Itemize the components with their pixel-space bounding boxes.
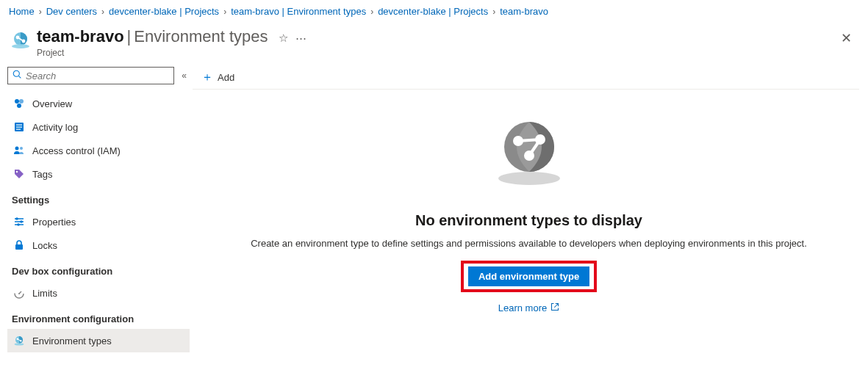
search-icon: [12, 70, 22, 81]
breadcrumb-link[interactable]: team-bravo | Environment types: [231, 6, 366, 17]
page-title: team-bravo|Environment types: [37, 27, 268, 46]
external-link-icon: [550, 302, 559, 313]
properties-icon: [13, 216, 25, 228]
environment-types-icon: [13, 335, 25, 346]
svg-point-15: [20, 147, 23, 150]
project-icon: [10, 30, 31, 51]
sidebar-item-label: Locks: [32, 240, 57, 251]
tags-icon: [13, 168, 25, 180]
sidebar-item-label: Environment types: [32, 335, 112, 346]
chevron-right-icon: ›: [101, 7, 104, 17]
limits-icon: [13, 287, 25, 299]
empty-state: No environment types to display Create a…: [190, 90, 868, 313]
learn-more-label: Learn more: [498, 302, 547, 313]
empty-state-title: No environment types to display: [415, 212, 642, 229]
svg-point-26: [18, 293, 20, 294]
svg-point-14: [15, 147, 19, 150]
svg-rect-12: [16, 127, 22, 128]
page-subtitle: Project: [37, 48, 268, 58]
breadcrumb: Home › Dev centers › devcenter-blake | P…: [0, 0, 868, 23]
svg-point-1: [12, 44, 29, 48]
search-input[interactable]: [26, 70, 169, 81]
empty-illustration-icon: [489, 110, 570, 193]
access-control-icon: [13, 145, 25, 156]
svg-point-8: [19, 99, 24, 104]
locks-icon: [13, 239, 25, 251]
breadcrumb-link[interactable]: devcenter-blake | Projects: [109, 6, 219, 17]
sidebar-item-properties[interactable]: Properties: [7, 210, 190, 233]
search-input-wrapper[interactable]: [7, 67, 174, 84]
chevron-right-icon: ›: [370, 7, 373, 17]
sidebar-section-settings: Settings: [7, 186, 190, 210]
svg-point-28: [15, 343, 24, 345]
sidebar-item-label: Activity log: [32, 122, 78, 133]
chevron-right-icon: ›: [492, 7, 495, 17]
plus-icon: ＋: [201, 70, 213, 85]
sidebar-item-tags[interactable]: Tags: [7, 162, 190, 186]
toolbar: ＋ Add: [190, 67, 868, 87]
svg-line-37: [518, 139, 540, 141]
breadcrumb-link[interactable]: Dev centers: [46, 6, 97, 17]
favorite-icon[interactable]: ☆: [279, 32, 288, 45]
sidebar-item-access-control[interactable]: Access control (IAM): [7, 139, 190, 162]
overview-icon: [13, 98, 25, 109]
svg-point-20: [20, 220, 23, 223]
svg-point-9: [17, 104, 21, 108]
sidebar-item-limits[interactable]: Limits: [7, 281, 190, 305]
svg-point-16: [16, 171, 18, 173]
collapse-sidebar-icon[interactable]: «: [182, 70, 187, 81]
more-icon[interactable]: ⋯: [295, 32, 306, 45]
svg-rect-13: [16, 129, 21, 130]
page-header: team-bravo|Environment types Project ☆ ⋯…: [0, 23, 868, 62]
sidebar-item-activity-log[interactable]: Activity log: [7, 115, 190, 139]
chevron-right-icon: ›: [39, 7, 42, 17]
breadcrumb-link[interactable]: team-bravo: [500, 6, 548, 17]
svg-rect-11: [16, 125, 22, 126]
sidebar-section-env: Environment configuration: [7, 305, 190, 329]
add-button[interactable]: ＋ Add: [196, 67, 240, 88]
close-icon[interactable]: ✕: [841, 30, 852, 46]
activity-log-icon: [13, 121, 25, 133]
svg-point-32: [498, 172, 560, 185]
sidebar-item-label: Tags: [32, 169, 52, 180]
svg-point-7: [15, 99, 19, 104]
empty-state-description: Create an environment type to define set…: [251, 238, 807, 249]
breadcrumb-link[interactable]: Home: [9, 6, 35, 17]
sidebar-item-label: Access control (IAM): [32, 145, 121, 156]
add-button-label: Add: [218, 72, 234, 83]
svg-line-39: [554, 304, 558, 308]
sidebar-item-locks[interactable]: Locks: [7, 233, 190, 257]
breadcrumb-link[interactable]: devcenter-blake | Projects: [378, 6, 488, 17]
learn-more-link[interactable]: Learn more: [498, 302, 559, 313]
sidebar-section-devbox: Dev box configuration: [7, 257, 190, 281]
sidebar-item-label: Properties: [32, 217, 76, 228]
svg-point-22: [17, 223, 20, 226]
main-content: ＋ Add No environment types to di: [190, 62, 868, 352]
svg-line-6: [18, 76, 21, 78]
add-environment-type-button[interactable]: Add environment type: [468, 266, 589, 286]
sidebar-item-label: Overview: [32, 98, 72, 109]
svg-rect-23: [15, 244, 23, 250]
sidebar-item-label: Limits: [32, 288, 57, 299]
highlight-annotation: Add environment type: [461, 261, 597, 292]
sidebar: « Overview Activity log Access control (…: [0, 62, 190, 352]
sidebar-item-environment-types[interactable]: Environment types: [7, 329, 190, 352]
chevron-right-icon: ›: [223, 7, 226, 17]
svg-point-5: [13, 70, 19, 76]
sidebar-item-overview[interactable]: Overview: [7, 92, 190, 115]
svg-point-18: [15, 217, 18, 220]
